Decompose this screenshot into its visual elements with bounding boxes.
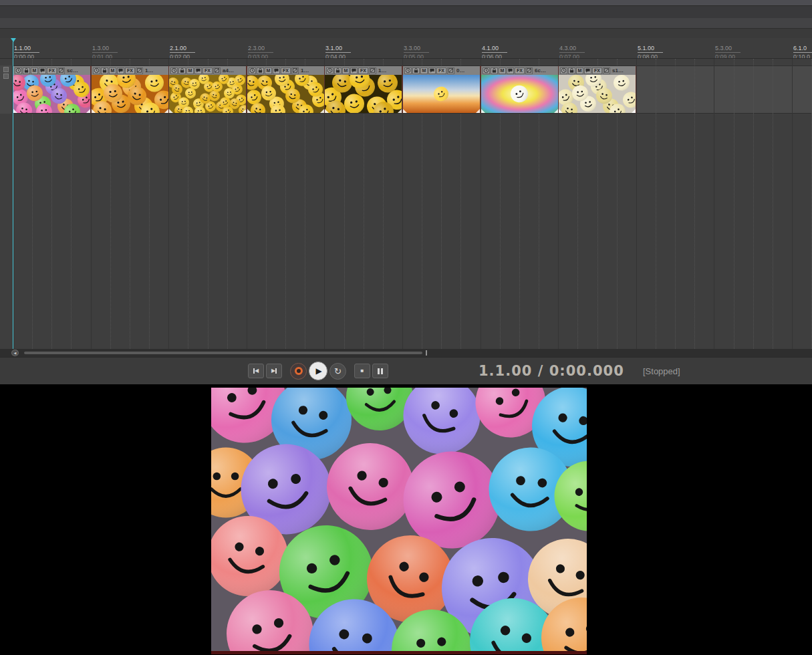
comment-icon[interactable] <box>194 68 202 74</box>
clip-thumbnail[interactable] <box>481 75 558 113</box>
grid-line <box>773 59 773 349</box>
grid-line <box>792 59 793 349</box>
comment-icon[interactable] <box>350 68 358 74</box>
clip-thumbnail[interactable] <box>247 75 324 113</box>
go-to-start-button[interactable]: ◀ <box>248 364 264 378</box>
play-button[interactable]: ▶ <box>309 362 327 380</box>
track-restore-button[interactable] <box>3 74 9 79</box>
mute-icon[interactable]: M <box>420 68 428 74</box>
timeline-ruler[interactable]: 1.1.000:00.001.3.000:01.002.1.000:02.002… <box>0 38 812 59</box>
pan-crop-icon[interactable] <box>525 68 533 74</box>
video-bottom-strip <box>211 651 587 654</box>
pan-crop-icon[interactable] <box>603 68 610 74</box>
lock-icon[interactable] <box>568 68 575 74</box>
lock-icon[interactable] <box>257 68 264 74</box>
fx-icon[interactable]: FX <box>592 68 602 74</box>
clock-icon[interactable] <box>326 68 333 74</box>
comment-icon[interactable] <box>507 68 514 74</box>
fx-icon[interactable]: FX <box>358 68 368 74</box>
comment-icon[interactable] <box>39 68 46 74</box>
video-preview-pane <box>0 384 812 655</box>
clip-header: M FX 1… <box>325 66 402 75</box>
clip-header: M FX sc… <box>13 66 90 75</box>
comment-icon[interactable] <box>428 68 436 74</box>
fx-icon[interactable]: FX <box>281 68 291 74</box>
fx-icon[interactable]: FX <box>202 68 213 74</box>
clock-icon[interactable] <box>560 68 567 74</box>
mute-icon[interactable]: M <box>186 68 194 74</box>
timeline-clip[interactable]: M FX 1… <box>91 66 169 114</box>
timeline-clip[interactable]: M FX a4… <box>168 66 247 114</box>
clip-thumbnail[interactable] <box>559 75 636 113</box>
mute-icon[interactable]: M <box>265 68 272 74</box>
time-display[interactable]: 1.1.00 / 0:00.000 <box>479 363 624 379</box>
track-minimize-button[interactable] <box>3 67 9 72</box>
mute-icon[interactable]: M <box>109 68 116 74</box>
pan-crop-icon[interactable] <box>136 68 143 74</box>
lock-icon[interactable] <box>101 68 108 74</box>
titlebar-strip <box>0 0 812 6</box>
pan-crop-icon[interactable] <box>369 68 376 74</box>
timeline-track-area[interactable]: M FX sc… M FX <box>0 59 812 349</box>
timeline-clip[interactable]: M FX s1… <box>558 66 636 114</box>
clock-icon[interactable] <box>404 68 412 74</box>
clip-thumbnail[interactable] <box>13 75 90 113</box>
lock-icon[interactable] <box>178 68 186 74</box>
timeline-clip[interactable]: M FX 1… <box>247 66 325 114</box>
fx-icon[interactable]: FX <box>125 68 135 74</box>
clock-icon[interactable] <box>483 68 490 74</box>
mute-icon[interactable]: M <box>342 68 350 74</box>
mute-icon[interactable]: M <box>499 68 506 74</box>
mute-icon[interactable]: M <box>576 68 583 74</box>
clip-label: 1… <box>378 68 386 74</box>
lock-icon[interactable] <box>491 68 498 74</box>
clock-icon[interactable] <box>170 68 178 74</box>
pause-button[interactable] <box>372 364 388 378</box>
end-bar-icon <box>275 368 277 374</box>
stop-button[interactable]: ■ <box>354 364 370 378</box>
ruler-mark: 5.3.000:09.00 <box>715 41 740 59</box>
lock-icon[interactable] <box>334 68 342 74</box>
fx-icon[interactable]: FX <box>436 68 446 74</box>
timeline-clip[interactable]: M FX sc… <box>13 66 91 114</box>
comment-icon[interactable] <box>273 68 280 74</box>
playback-cursor-head[interactable] <box>11 38 16 42</box>
clip-header: M FX 6c… <box>481 66 558 75</box>
scrollbar-handle[interactable] <box>24 352 422 354</box>
comment-icon[interactable] <box>117 68 124 74</box>
pan-crop-icon[interactable] <box>291 68 299 74</box>
scroll-left-button[interactable]: ◀ <box>11 350 19 356</box>
ruler-mark: 2.1.000:02.00 <box>170 41 195 59</box>
record-button[interactable] <box>290 363 307 380</box>
lock-icon[interactable] <box>412 68 420 74</box>
comment-icon[interactable] <box>584 68 591 74</box>
clip-thumbnail[interactable] <box>403 75 480 113</box>
lock-icon[interactable] <box>23 68 30 74</box>
timeline-clip[interactable]: M FX 1… <box>324 66 402 114</box>
ruler-mark: 2.3.000:03.00 <box>248 41 273 59</box>
grid-line <box>694 59 695 349</box>
ruler-mark: 5.1.000:08.00 <box>638 41 663 59</box>
clock-icon[interactable] <box>93 68 100 74</box>
video-preview <box>211 388 587 651</box>
track-header-gutter <box>0 66 13 114</box>
go-to-end-button[interactable]: ▶ <box>266 364 282 378</box>
clip-thumbnail[interactable] <box>325 75 402 113</box>
ruler-mark: 1.1.000:00.00 <box>14 41 39 59</box>
timeline-clip[interactable]: M FX 0… <box>402 66 481 114</box>
pan-crop-icon[interactable] <box>447 68 454 74</box>
fx-icon[interactable]: FX <box>47 68 57 74</box>
clip-label: 6c… <box>535 68 546 74</box>
loop-playback-button[interactable]: ↻ <box>329 363 346 380</box>
horizontal-scrollbar[interactable]: ◀ <box>0 349 812 357</box>
fx-icon[interactable]: FX <box>515 68 525 74</box>
timeline-clip[interactable]: M FX 6c… <box>481 66 559 114</box>
mute-icon[interactable]: M <box>31 68 38 74</box>
clock-icon[interactable] <box>15 68 22 74</box>
daw-window: 1.1.000:00.001.3.000:01.002.1.000:02.002… <box>0 0 812 655</box>
clip-thumbnail[interactable] <box>92 75 168 113</box>
clip-thumbnail[interactable] <box>169 75 246 113</box>
clock-icon[interactable] <box>249 68 256 74</box>
pan-crop-icon[interactable] <box>57 68 65 74</box>
pan-crop-icon[interactable] <box>213 68 221 74</box>
